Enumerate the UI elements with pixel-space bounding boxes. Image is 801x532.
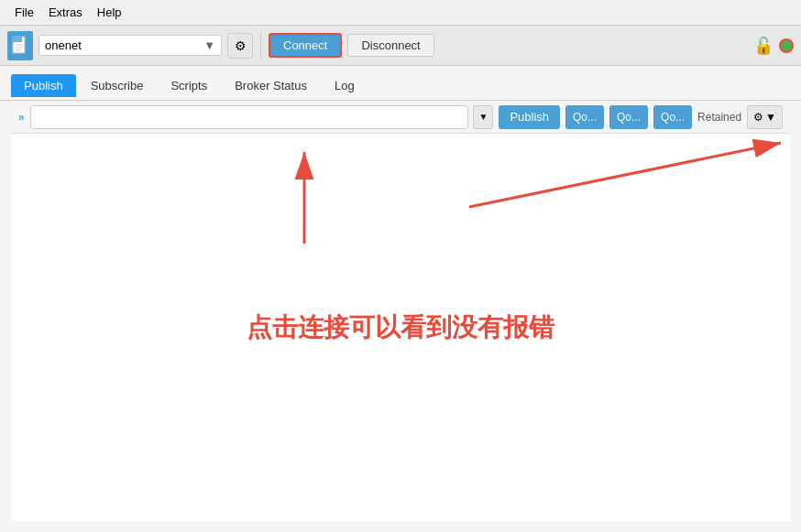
disconnect-button[interactable]: Disconnect [347, 34, 433, 57]
topic-dropdown-button[interactable]: ▼ [473, 105, 493, 129]
publish-toolbar: » ▼ Publish Qo... Qo... Qo... Retained ⚙… [11, 101, 790, 134]
publish-action-button[interactable]: Publish [499, 105, 560, 129]
menu-extras[interactable]: Extras [41, 4, 90, 21]
connect-button[interactable]: Connect [269, 33, 342, 58]
svg-line-7 [469, 143, 781, 207]
topic-input[interactable] [30, 105, 469, 129]
annotation-text: 点击连接可以看到没有报错 [247, 310, 554, 345]
tab-subscribe[interactable]: Subscribe [78, 74, 157, 97]
qos3-button[interactable]: Qo... [653, 105, 692, 129]
connection-settings-button[interactable]: ⚙ [227, 33, 253, 59]
connection-name: onenet [45, 38, 82, 52]
tab-log[interactable]: Log [322, 74, 368, 97]
lock-icon: 🔓 [753, 36, 774, 56]
settings-icon: ⚙ [753, 111, 763, 124]
main-content: » ▼ Publish Qo... Qo... Qo... Retained ⚙… [0, 101, 801, 532]
dropdown-arrow-icon: ▼ [203, 38, 215, 52]
menu-bar: File Extras Help [0, 0, 801, 26]
connection-status-dot [779, 38, 794, 53]
tab-publish[interactable]: Publish [11, 74, 76, 97]
publish-settings-button[interactable]: ⚙ ▼ [747, 105, 783, 129]
new-document-icon[interactable] [7, 31, 33, 60]
retained-label: Retained [697, 111, 741, 124]
expand-button[interactable]: » [18, 111, 25, 124]
connection-dropdown[interactable]: onenet ▼ [38, 35, 222, 56]
settings-dropdown-icon: ▼ [765, 111, 776, 124]
menu-file[interactable]: File [7, 4, 41, 21]
tab-bar: Publish Subscribe Scripts Broker Status … [0, 66, 801, 101]
content-wrapper: » ▼ Publish Qo... Qo... Qo... Retained ⚙… [0, 101, 801, 532]
tab-scripts[interactable]: Scripts [158, 74, 220, 97]
svg-rect-1 [13, 37, 22, 42]
qos1-button[interactable]: Qo... [565, 105, 604, 129]
toolbar-separator [260, 33, 261, 59]
tab-broker-status[interactable]: Broker Status [222, 74, 320, 97]
menu-help[interactable]: Help [90, 4, 129, 21]
content-area: 点击连接可以看到没有报错 [11, 134, 790, 521]
toolbar: onenet ▼ ⚙ Connect Disconnect 🔓 [0, 26, 801, 66]
qos2-button[interactable]: Qo... [609, 105, 648, 129]
